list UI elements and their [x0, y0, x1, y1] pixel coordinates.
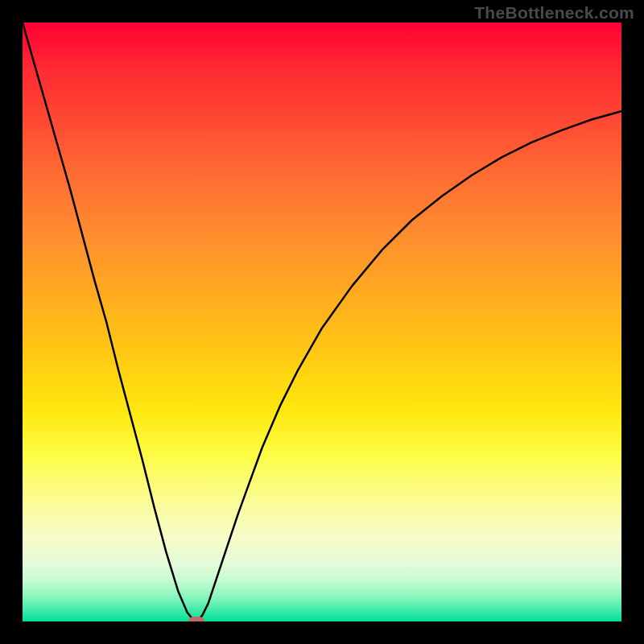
- sweet-spot-marker: [188, 617, 204, 621]
- bottleneck-curve-line: [23, 23, 621, 621]
- watermark-text: TheBottleneck.com: [474, 3, 634, 23]
- chart-plot-area: [23, 23, 621, 621]
- chart-curve-svg: [23, 23, 621, 621]
